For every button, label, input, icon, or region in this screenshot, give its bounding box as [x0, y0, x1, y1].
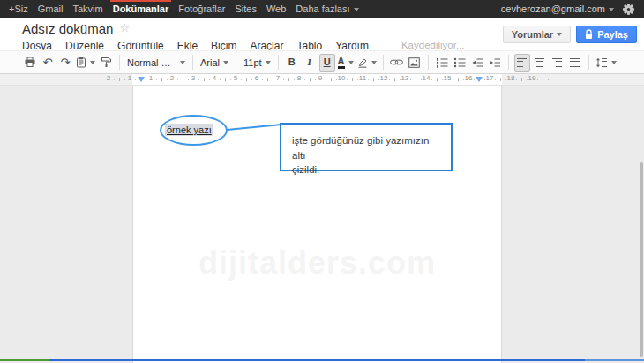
- account-menu[interactable]: cevherozan@gmail.com: [501, 0, 614, 18]
- ruler-dot: [347, 79, 348, 80]
- insert-link-button[interactable]: [389, 54, 405, 72]
- annotation-ellipse: [160, 115, 228, 146]
- callout-text-line2: çizildi.: [292, 163, 440, 178]
- ruler-dot: [177, 79, 178, 80]
- document-page[interactable]: örnek yazı işte gördüğünüz gibi yazımızı…: [132, 86, 502, 363]
- text-color-button[interactable]: A: [337, 54, 355, 72]
- topbar-item-fotograflar[interactable]: Fotoğraflar: [178, 0, 225, 18]
- bold-button[interactable]: B: [284, 54, 300, 72]
- font-size-dropdown[interactable]: 11pt: [241, 54, 273, 72]
- ruler-dot: [368, 79, 369, 80]
- right-margin-marker[interactable]: [476, 77, 483, 82]
- link-icon: [390, 58, 403, 66]
- align-center-button[interactable]: [532, 54, 548, 72]
- ruler[interactable]: 2112345678910111213141516171819: [0, 74, 644, 86]
- ruler-tick: [161, 78, 162, 81]
- text-color-icon: A: [338, 57, 345, 69]
- ruler-dot: [474, 79, 475, 80]
- line-spacing-button[interactable]: [595, 54, 618, 72]
- ruler-dot: [516, 79, 517, 80]
- redo-icon: ↷: [61, 57, 71, 68]
- ruler-dot: [198, 79, 199, 80]
- ruler-tick: [204, 78, 205, 81]
- chevron-down-icon: [557, 33, 562, 36]
- ruler-number: 18: [507, 75, 515, 82]
- toolbar-divider: [508, 55, 509, 70]
- ruler-dot: [220, 79, 221, 80]
- web-clipboard-button[interactable]: [75, 54, 96, 72]
- italic-icon: I: [307, 57, 311, 67]
- settings-button[interactable]: [622, 3, 635, 16]
- underline-button[interactable]: U: [319, 54, 335, 72]
- indent-icon: [489, 57, 501, 68]
- decrease-indent-button[interactable]: [469, 54, 485, 72]
- chevron-down-icon: [371, 61, 377, 64]
- ruler-dot: [188, 79, 189, 80]
- chevron-down-icon: [354, 8, 359, 11]
- ruler-dot: [537, 79, 538, 80]
- ruler-dot: [273, 79, 273, 80]
- document-title[interactable]: Adsız doküman: [22, 21, 113, 36]
- increase-indent-button[interactable]: [487, 54, 503, 72]
- ruler-number: 2: [170, 75, 174, 82]
- ruler-number: 10: [338, 75, 346, 82]
- topbar-item-daha-fazlasi[interactable]: Daha fazlası: [296, 0, 358, 18]
- topbar-item-plus-siz[interactable]: +Siz: [9, 0, 28, 18]
- styles-dropdown[interactable]: Normal m...: [124, 54, 188, 72]
- align-left-button[interactable]: [514, 54, 530, 72]
- ruler-dot: [495, 79, 496, 80]
- numbered-list-button[interactable]: [434, 54, 450, 72]
- ruler-tick: [416, 78, 416, 81]
- share-button[interactable]: Paylaş: [576, 26, 637, 43]
- font-value: Arial: [200, 57, 220, 68]
- print-button[interactable]: [22, 54, 38, 72]
- left-margin-marker[interactable]: [138, 77, 145, 82]
- align-left-icon: [516, 57, 528, 68]
- ruler-dot: [262, 79, 263, 80]
- ruler-tick: [267, 78, 268, 81]
- ruler-number: 6: [255, 75, 258, 82]
- undo-button[interactable]: ↶: [40, 54, 56, 72]
- ruler-dot: [114, 79, 115, 80]
- align-center-icon: [534, 57, 545, 68]
- ruler-number: 14: [423, 75, 431, 82]
- ruler-dot: [326, 79, 326, 80]
- redo-button[interactable]: ↷: [57, 54, 73, 72]
- printer-icon: [24, 57, 36, 68]
- document-header: Adsız doküman ☆ Dosya Düzenle Görüntüle …: [0, 18, 644, 50]
- topbar-item-gmail[interactable]: Gmail: [38, 0, 64, 18]
- justify-button[interactable]: [567, 54, 583, 72]
- ruler-dot: [304, 79, 305, 80]
- bulleted-list-button[interactable]: [452, 54, 468, 72]
- ruler-tick: [310, 78, 311, 81]
- paint-format-button[interactable]: [98, 54, 114, 72]
- topbar-item-sites[interactable]: Sites: [235, 0, 256, 18]
- comments-button[interactable]: Yorumlar: [503, 26, 571, 43]
- vertical-scrollbar[interactable]: [640, 162, 643, 357]
- clipboard-icon: [76, 57, 86, 68]
- insert-image-button[interactable]: [407, 54, 423, 72]
- ruler-dot: [389, 79, 390, 80]
- topbar-item-takvim[interactable]: Takvim: [72, 0, 102, 18]
- toolbar-divider: [383, 55, 384, 70]
- outdent-icon: [471, 57, 483, 68]
- topbar-item-web[interactable]: Web: [266, 0, 286, 18]
- undo-icon: ↶: [43, 57, 53, 68]
- bulleted-list-icon: [453, 57, 466, 68]
- font-dropdown[interactable]: Arial: [198, 54, 231, 72]
- ruler-dot: [315, 79, 316, 80]
- document-canvas: örnek yazı işte gördüğünüz gibi yazımızı…: [0, 86, 644, 363]
- comments-label: Yorumlar: [512, 29, 553, 40]
- highlight-color-button[interactable]: [356, 54, 378, 72]
- formatting-toolbar: ↶ ↷ Normal m... Arial 11pt B I U A: [0, 50, 644, 74]
- justify-icon: [569, 57, 580, 68]
- star-icon[interactable]: ☆: [119, 21, 130, 34]
- topbar-item-dokumanlar[interactable]: Dokümanlar: [113, 0, 169, 18]
- align-right-icon: [551, 57, 563, 68]
- align-right-button[interactable]: [550, 54, 565, 72]
- ruler-dot: [548, 79, 549, 80]
- ruler-tick: [225, 78, 226, 81]
- italic-button[interactable]: I: [302, 54, 318, 72]
- ruler-dot: [135, 79, 136, 80]
- ruler-number: 5: [234, 75, 237, 82]
